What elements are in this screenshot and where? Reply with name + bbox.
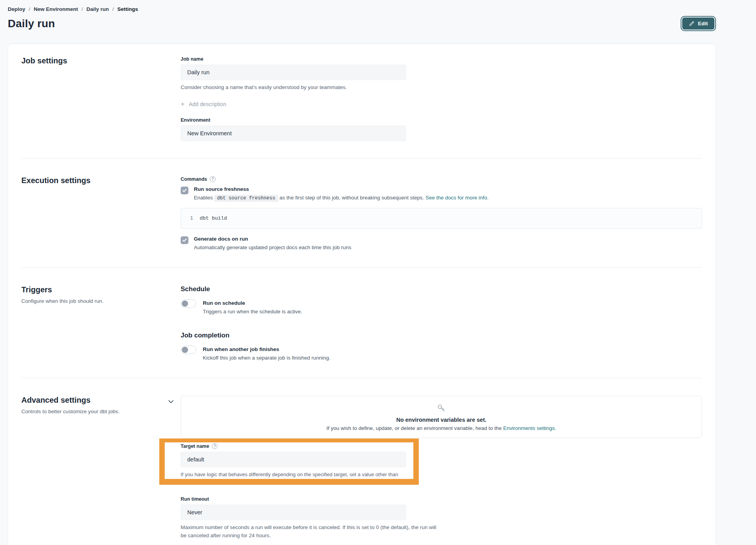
add-description-label: Add description	[189, 101, 226, 107]
toggle-knob	[182, 347, 188, 353]
target-name-help-icon[interactable]: ?	[212, 443, 218, 449]
check-icon	[182, 238, 187, 242]
job-name-input[interactable]	[181, 65, 406, 80]
run-when-job-finishes-toggle[interactable]	[181, 346, 196, 354]
generate-docs-desc: Automatically generate updated project d…	[194, 245, 351, 250]
target-name-label-text: Target name	[181, 444, 209, 449]
commands-editor[interactable]: 1 dbt build	[181, 208, 702, 229]
run-source-freshness-label: Run source freshness	[194, 186, 488, 192]
run-source-freshness-row: Run source freshness Enables dbt source …	[181, 186, 702, 201]
environment-input[interactable]	[181, 126, 406, 141]
run-on-schedule-label: Run on schedule	[203, 300, 302, 306]
breadcrumb-separator: /	[82, 6, 83, 12]
breadcrumb-deploy[interactable]: Deploy	[8, 6, 25, 12]
environment-label: Environment	[181, 117, 702, 123]
job-name-label: Job name	[181, 56, 702, 62]
run-timeout-helper: Maximum number of seconds a run will exe…	[181, 524, 437, 540]
freshness-desc-prefix: Enables	[194, 195, 213, 201]
triggers-subheading: Configure when this job should run.	[21, 298, 164, 304]
settings-card: Job settings Job name Consider choosing …	[8, 44, 716, 545]
run-when-job-finishes-desc: Kickoff this job when a separate job is …	[203, 355, 330, 361]
run-timeout-input[interactable]	[181, 505, 406, 520]
section-triggers: Triggers Configure when this job should …	[21, 285, 702, 361]
check-icon	[182, 189, 187, 192]
toggle-knob	[182, 300, 188, 307]
key-icon	[437, 404, 446, 413]
edit-button[interactable]: Edit	[682, 17, 715, 30]
freshness-docs-link[interactable]: See the docs for more info.	[425, 195, 488, 201]
env-variables-empty-state: No environment variables are set. If you…	[181, 396, 702, 438]
commands-label: Commands ?	[181, 176, 702, 182]
page-header: Daily run Edit	[8, 16, 716, 31]
commands-editor-line-number: 1	[181, 215, 200, 221]
section-divider	[21, 378, 702, 378]
section-divider	[21, 158, 702, 159]
run-source-freshness-checkbox[interactable]	[181, 187, 188, 194]
run-on-schedule-row: Run on schedule Triggers a run when the …	[181, 299, 702, 314]
section-divider	[21, 267, 702, 268]
breadcrumb: Deploy / New Environment / Daily run / S…	[8, 0, 716, 12]
section-job-settings: Job settings Job name Consider choosing …	[21, 56, 702, 141]
breadcrumb-separator: /	[112, 6, 114, 12]
target-name-label: Target name ?	[181, 443, 414, 449]
freshness-code-chip: dbt source freshness	[214, 195, 278, 202]
section-execution-settings: Execution settings Commands ? Run source…	[21, 176, 702, 250]
breadcrumb-environment[interactable]: New Environment	[34, 6, 78, 12]
advanced-settings-heading: Advanced settings	[21, 396, 164, 405]
advanced-settings-subheading: Controls to better customize your dbt jo…	[21, 409, 164, 414]
plus-icon: +	[181, 101, 185, 107]
section-advanced-settings: Advanced settings Controls to better cus…	[21, 396, 702, 540]
run-on-schedule-desc: Triggers a run when the schedule is acti…	[203, 309, 302, 314]
pencil-icon	[689, 21, 695, 26]
run-source-freshness-desc: Enables dbt source freshness as the firs…	[194, 195, 488, 201]
page-title: Daily run	[8, 17, 55, 30]
run-on-schedule-toggle[interactable]	[181, 299, 196, 308]
add-description-button[interactable]: + Add description	[181, 101, 226, 107]
run-timeout-label: Run timeout	[181, 496, 437, 502]
job-name-helper: Consider choosing a name that's easily u…	[181, 84, 702, 91]
generate-docs-label: Generate docs on run	[194, 236, 351, 242]
triggers-heading: Triggers	[21, 285, 164, 294]
edit-button-label: Edit	[698, 21, 708, 26]
generate-docs-row: Generate docs on run Automatically gener…	[181, 236, 702, 250]
run-timeout-group: Run timeout Maximum number of seconds a …	[181, 496, 437, 540]
freshness-desc-suffix: as the first step of this job, without b…	[279, 195, 424, 201]
page: Deploy / New Environment / Daily run / S…	[8, 0, 716, 545]
breadcrumb-separator: /	[29, 6, 30, 12]
job-settings-heading: Job settings	[21, 56, 164, 65]
environments-settings-link[interactable]: Environments settings.	[503, 425, 556, 431]
env-variables-desc-text: If you wish to define, update, or delete…	[326, 425, 502, 431]
edit-button-focus-ring: Edit	[681, 16, 716, 31]
target-name-group: Target name ? If you have logic that beh…	[181, 443, 414, 486]
commands-help-icon[interactable]: ?	[210, 176, 216, 182]
env-variables-title: No environment variables are set.	[189, 417, 694, 423]
breadcrumb-job[interactable]: Daily run	[87, 6, 109, 12]
commands-label-text: Commands	[181, 176, 207, 182]
chevron-down-icon[interactable]	[168, 398, 174, 405]
breadcrumb-settings: Settings	[117, 6, 138, 12]
generate-docs-checkbox[interactable]	[181, 236, 188, 244]
target-name-input[interactable]	[181, 452, 406, 467]
schedule-heading: Schedule	[181, 285, 702, 293]
run-when-job-finishes-row: Run when another job finishes Kickoff th…	[181, 346, 702, 361]
env-variables-desc: If you wish to define, update, or delete…	[189, 425, 694, 431]
execution-settings-heading: Execution settings	[21, 176, 164, 185]
job-completion-heading: Job completion	[181, 332, 702, 339]
commands-editor-code: dbt build	[200, 215, 227, 221]
run-when-job-finishes-label: Run when another job finishes	[203, 346, 330, 352]
target-name-helper: If you have logic that behaves different…	[181, 471, 414, 486]
